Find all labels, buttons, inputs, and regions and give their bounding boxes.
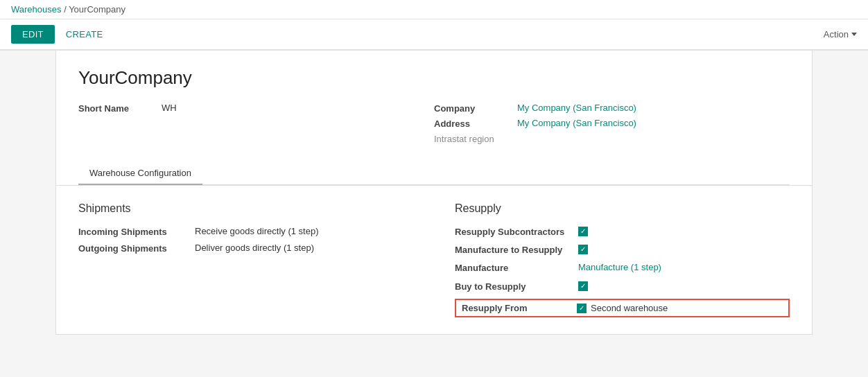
shipments-section: Shipments Incoming Shipments Receive goo… (78, 202, 441, 317)
incoming-shipments-value: Receive goods directly (1 step) (195, 226, 318, 236)
short-name-field: Short Name WH (78, 103, 434, 114)
edit-button[interactable]: EDIT (11, 25, 55, 44)
manufacture-value: Manufacture (1 step) (578, 262, 661, 272)
resupply-subcontractors-field: Resupply Subcontractors (455, 226, 790, 238)
short-name-label: Short Name (78, 103, 162, 114)
company-value[interactable]: My Company (San Francisco) (517, 103, 636, 113)
resupply-section: Resupply Resupply Subcontractors Manufac… (441, 202, 790, 317)
manufacture-to-resupply-label: Manufacture to Resupply (455, 244, 573, 256)
main-content: YourCompany Short Name WH Company My Com… (0, 51, 868, 349)
resupply-from-value: Second warehouse (577, 303, 668, 313)
config-columns: Shipments Incoming Shipments Receive goo… (78, 202, 790, 317)
record-title: YourCompany (78, 67, 790, 89)
address-value[interactable]: My Company (San Francisco) (517, 118, 636, 128)
breadcrumb-parent[interactable]: Warehouses (11, 4, 62, 15)
buy-to-resupply-checkbox[interactable] (578, 281, 588, 291)
shipments-title: Shipments (78, 202, 413, 215)
chevron-down-icon (851, 33, 857, 36)
intrastat-field: Intrastat region (434, 133, 790, 144)
manufacture-label: Manufacture (455, 262, 573, 274)
outgoing-shipments-value: Deliver goods directly (1 step) (195, 243, 314, 253)
create-button[interactable]: CREATE (60, 25, 109, 44)
record-card: YourCompany Short Name WH Company My Com… (55, 51, 813, 186)
tab-warehouse-configuration[interactable]: Warehouse Configuration (78, 162, 202, 185)
address-field: Address My Company (San Francisco) (434, 118, 790, 129)
action-label: Action (824, 29, 849, 40)
address-label: Address (434, 118, 517, 129)
outgoing-shipments-field: Outgoing Shipments Deliver goods directl… (78, 243, 413, 254)
tab-content: Shipments Incoming Shipments Receive goo… (55, 186, 813, 335)
resupply-from-row: Resupply From Second warehouse (455, 299, 790, 317)
breadcrumb: Warehouses / YourCompany (0, 0, 868, 19)
breadcrumb-current: YourCompany (69, 4, 125, 15)
company-label: Company (434, 103, 517, 114)
resupply-from-checkbox[interactable] (577, 304, 587, 313)
buy-to-resupply-label: Buy to Resupply (455, 281, 573, 293)
toolbar: EDIT CREATE Action (0, 19, 868, 51)
fields-row: Short Name WH Company My Company (San Fr… (78, 103, 790, 146)
resupply-title: Resupply (455, 202, 790, 215)
breadcrumb-separator: / (64, 4, 67, 15)
resupply-subcontractors-label: Resupply Subcontractors (455, 226, 573, 238)
incoming-shipments-label: Incoming Shipments (78, 226, 189, 237)
manufacture-to-resupply-field: Manufacture to Resupply (455, 244, 790, 256)
field-right: Company My Company (San Francisco) Addre… (434, 103, 790, 146)
manufacture-to-resupply-checkbox[interactable] (578, 245, 588, 254)
company-field: Company My Company (San Francisco) (434, 103, 790, 114)
resupply-subcontractors-checkbox[interactable] (578, 227, 588, 236)
incoming-shipments-field: Incoming Shipments Receive goods directl… (78, 226, 413, 237)
resupply-from-text: Second warehouse (591, 303, 668, 313)
field-left: Short Name WH (78, 103, 434, 146)
short-name-value: WH (162, 103, 177, 113)
intrastat-label: Intrastat region (434, 133, 517, 144)
buy-to-resupply-field: Buy to Resupply (455, 281, 790, 293)
resupply-from-label: Resupply From (462, 303, 571, 313)
outgoing-shipments-label: Outgoing Shipments (78, 243, 189, 254)
manufacture-field: Manufacture Manufacture (1 step) (455, 262, 790, 274)
action-dropdown[interactable]: Action (824, 29, 857, 40)
tabs-container: Warehouse Configuration (78, 162, 790, 185)
